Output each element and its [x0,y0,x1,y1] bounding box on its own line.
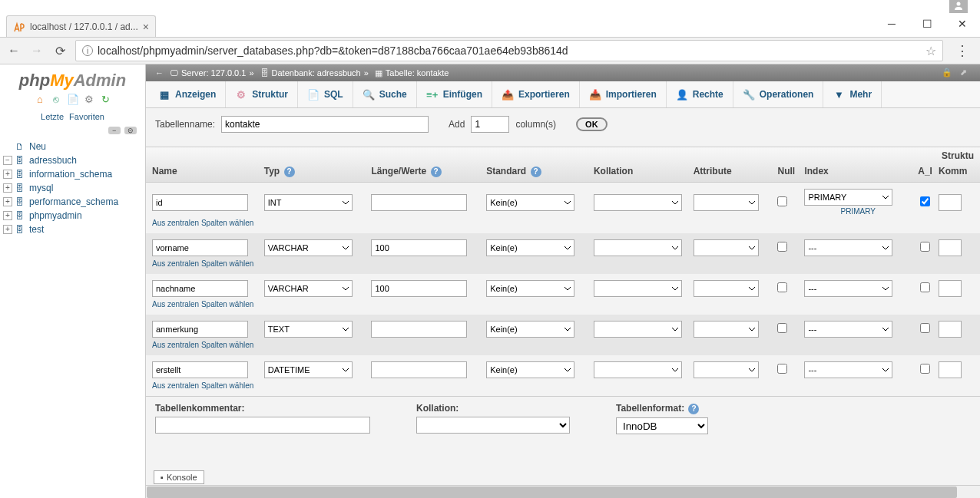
tree-db-test[interactable]: + 🗄 test [3,223,142,236]
tab-insert[interactable]: ≡+Einfügen [417,81,492,107]
tab-privileges[interactable]: 👤Rechte [667,81,733,107]
tablename-input[interactable] [221,116,429,133]
url-box[interactable]: i localhost/phpmyadmin/server_databases.… [75,40,943,61]
central-columns-link[interactable]: Aus zentralen Spalten wählen [149,378,977,394]
col-ai-checkbox[interactable] [920,242,930,252]
tab-search[interactable]: 🔍Suche [353,81,417,107]
help-icon[interactable]: ? [688,404,699,414]
col-attributes-select[interactable] [694,280,759,297]
help-icon[interactable]: ? [431,167,442,177]
docs-icon[interactable]: 📄 [67,94,79,106]
console-toggle[interactable]: ▪ Konsole [154,470,204,484]
expand-icon[interactable]: + [3,211,12,220]
col-attributes-select[interactable] [694,321,759,338]
col-name-input[interactable] [152,194,248,211]
col-collation-select[interactable] [594,280,682,297]
col-collation-select[interactable] [594,321,682,338]
browser-menu-icon[interactable]: ⋮ [951,42,974,59]
col-type-select[interactable]: DATETIME [264,361,353,378]
tab-operations[interactable]: 🔧Operationen [733,81,824,107]
col-name-input[interactable] [152,361,248,378]
col-type-select[interactable]: VARCHAR [264,239,353,256]
col-default-select[interactable]: Kein(e) [486,321,574,338]
bc-server[interactable]: Server: 127.0.0.1 [181,68,246,78]
tree-db-adressbuch[interactable]: − 🗄 adressbuch [3,153,142,167]
reload-button[interactable]: ⟳ [52,43,68,58]
minimize-button[interactable]: ─ [874,12,909,35]
back-button[interactable]: ← [6,43,22,58]
reload-icon[interactable]: ↻ [99,94,111,106]
tab-structure[interactable]: ⚙Struktur [226,81,298,107]
col-attributes-select[interactable] [694,361,759,378]
pma-logo[interactable]: phpMyAdmin [0,68,145,92]
table-format-select[interactable]: InnoDB [616,417,708,434]
expand-icon[interactable]: + [3,183,12,193]
home-icon[interactable]: ⌂ [34,94,46,106]
col-length-input[interactable] [371,361,467,378]
col-null-checkbox[interactable] [777,242,787,252]
tab-export[interactable]: 📤Exportieren [492,81,580,107]
col-ai-checkbox[interactable] [920,323,930,333]
expand-icon[interactable]: + [3,225,12,234]
link-icon[interactable]: ⊝ [124,127,137,134]
col-length-input[interactable] [371,280,467,297]
tree-new[interactable]: 🗋 Neu [3,140,142,153]
col-collation-select[interactable] [594,194,682,211]
logout-icon[interactable]: ⎋ [50,94,62,106]
bc-database[interactable]: Datenbank: adressbuch [272,68,361,78]
col-default-select[interactable]: Kein(e) [486,280,574,297]
expand-icon[interactable]: + [3,170,12,179]
col-null-checkbox[interactable] [777,364,787,374]
col-index-select[interactable]: --- [804,361,892,378]
col-default-select[interactable]: Kein(e) [486,361,574,378]
horizontal-scrollbar[interactable] [146,485,980,498]
bc-table[interactable]: Tabelle: kontakte [386,68,449,78]
col-index-select[interactable]: --- [804,239,892,256]
help-icon[interactable]: ? [284,167,295,177]
tree-db-information-schema[interactable]: + 🗄 information_schema [3,167,142,181]
tab-close-icon[interactable]: × [143,21,149,33]
col-ai-checkbox[interactable] [920,196,930,206]
col-default-select[interactable]: Kein(e) [486,194,574,211]
col-null-checkbox[interactable] [777,196,787,206]
table-collation-select[interactable] [416,417,570,434]
col-comment-input[interactable] [939,361,962,378]
collapse-all-icon[interactable]: − [108,127,121,134]
close-button[interactable]: ✕ [945,12,980,35]
col-length-input[interactable] [371,239,467,256]
maximize-button[interactable]: ☐ [909,12,945,35]
add-count-input[interactable] [471,116,509,133]
col-comment-input[interactable] [939,280,962,297]
col-index-select[interactable]: --- [804,321,892,338]
col-type-select[interactable]: VARCHAR [264,280,353,297]
tab-more[interactable]: ▼Mehr [823,81,882,107]
central-columns-link[interactable]: Aus zentralen Spalten wählen [149,256,977,272]
col-name-input[interactable] [152,239,248,256]
nav-toggle-icon[interactable]: ← [155,68,164,78]
recent-link[interactable]: Letzte [41,112,64,121]
col-default-select[interactable]: Kein(e) [486,239,574,256]
bookmark-star-icon[interactable]: ☆ [925,44,936,58]
col-attributes-select[interactable] [694,239,759,256]
col-type-select[interactable]: INT [264,194,353,211]
expand-icon[interactable]: − [3,156,12,165]
col-length-input[interactable] [371,194,467,211]
table-comment-input[interactable] [155,417,370,434]
col-index-select[interactable]: --- [804,280,892,297]
page-settings-icon[interactable]: ⬈ [960,68,974,78]
col-ai-checkbox[interactable] [920,282,930,292]
help-icon[interactable]: ? [531,167,541,177]
forward-button[interactable]: → [29,43,45,58]
settings-icon[interactable]: ⚙ [83,94,95,106]
col-type-select[interactable]: TEXT [264,321,353,338]
favorites-link[interactable]: Favoriten [69,112,104,121]
central-columns-link[interactable]: Aus zentralen Spalten wählen [149,216,977,232]
col-null-checkbox[interactable] [777,323,787,333]
col-null-checkbox[interactable] [777,282,787,292]
col-ai-checkbox[interactable] [920,364,930,374]
expand-icon[interactable]: + [3,197,12,206]
browser-tab[interactable]: localhost / 127.0.0.1 / ad... × [6,15,156,37]
col-attributes-select[interactable] [694,194,759,211]
tab-sql[interactable]: 📄SQL [298,81,353,107]
col-collation-select[interactable] [594,239,682,256]
